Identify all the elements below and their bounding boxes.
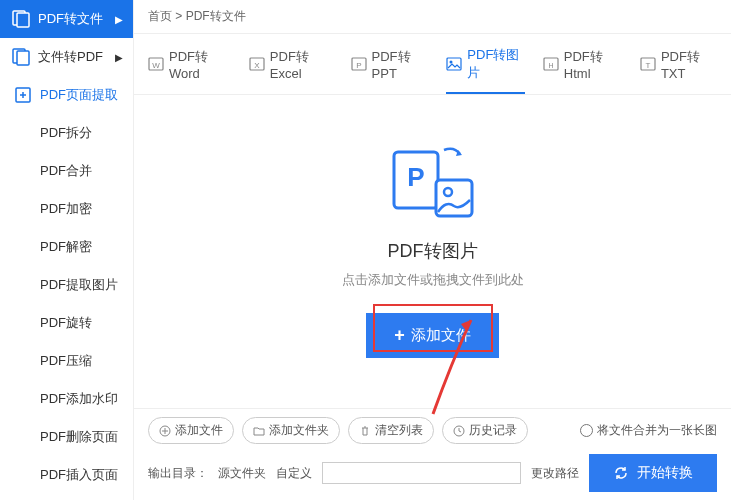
- tab-label: PDF转Excel: [270, 48, 333, 81]
- drop-zone[interactable]: P PDF转图片 点击添加文件或拖拽文件到此处 + 添加文件: [134, 95, 731, 408]
- svg-text:H: H: [548, 62, 553, 69]
- sidebar-item-label: PDF删除页面: [40, 428, 118, 446]
- sidebar-item-encrypt[interactable]: PDF加密: [0, 190, 133, 228]
- svg-point-12: [450, 61, 453, 64]
- tab-pdf-txt[interactable]: TPDF转TXT: [640, 46, 717, 94]
- sidebar-item-decrypt[interactable]: PDF解密: [0, 228, 133, 266]
- sidebar-item-label: PDF拆分: [40, 124, 92, 142]
- merge-radio[interactable]: [580, 424, 593, 437]
- sidebar-item-merge[interactable]: PDF合并: [0, 152, 133, 190]
- source-folder-option[interactable]: 源文件夹: [218, 465, 266, 482]
- sidebar-item-watermark[interactable]: PDF添加水印: [0, 380, 133, 418]
- add-file-button[interactable]: + 添加文件: [366, 313, 499, 358]
- tab-pdf-word[interactable]: WPDF转Word: [148, 46, 231, 94]
- tab-pdf-excel[interactable]: XPDF转Excel: [249, 46, 333, 94]
- tab-label: PDF转Html: [564, 48, 622, 81]
- main-panel: 首页 > PDF转文件 WPDF转Word XPDF转Excel PPDF转PP…: [134, 0, 731, 500]
- txt-icon: T: [640, 56, 656, 72]
- sidebar-item-label: PDF页面提取: [40, 86, 118, 104]
- footer-add-folder-button[interactable]: 添加文件夹: [242, 417, 340, 444]
- folder-icon: [253, 425, 265, 437]
- sidebar-item-extract-img[interactable]: PDF提取图片: [0, 266, 133, 304]
- breadcrumb: 首页 > PDF转文件: [134, 0, 731, 34]
- sidebar-item-label: PDF解密: [40, 238, 92, 256]
- tab-pdf-image[interactable]: PDF转图片: [446, 46, 524, 94]
- tab-pdf-html[interactable]: HPDF转Html: [543, 46, 622, 94]
- svg-text:P: P: [407, 162, 424, 192]
- sidebar-item-label: PDF加密: [40, 200, 92, 218]
- plus-circle-icon: [159, 425, 171, 437]
- drop-title: PDF转图片: [388, 239, 478, 263]
- sidebar-item-label: PDF旋转: [40, 314, 92, 332]
- merge-label: 将文件合并为一张长图: [597, 422, 717, 439]
- footer-btn-label: 历史记录: [469, 422, 517, 439]
- start-convert-button[interactable]: 开始转换: [589, 454, 717, 492]
- svg-rect-19: [436, 180, 472, 216]
- extract-icon: [14, 86, 32, 104]
- sidebar-item-rotate[interactable]: PDF旋转: [0, 304, 133, 342]
- sidebar-item-label: PDF插入页面: [40, 466, 118, 484]
- sidebar-item-compress[interactable]: PDF压缩: [0, 342, 133, 380]
- tab-label: PDF转Word: [169, 48, 231, 81]
- footer-history-button[interactable]: 历史记录: [442, 417, 528, 444]
- sidebar-item-label: PDF压缩: [40, 352, 92, 370]
- footer-btn-label: 添加文件: [175, 422, 223, 439]
- excel-icon: X: [249, 56, 265, 72]
- svg-text:T: T: [645, 61, 650, 70]
- sidebar-item-label: PDF转文件: [38, 10, 103, 28]
- tabs: WPDF转Word XPDF转Excel PPDF转PPT PDF转图片 HPD…: [134, 34, 731, 95]
- trash-icon: [359, 425, 371, 437]
- refresh-icon: [613, 465, 629, 481]
- svg-rect-11: [447, 58, 461, 70]
- footer-clear-button[interactable]: 清空列表: [348, 417, 434, 444]
- add-file-label: 添加文件: [411, 326, 471, 345]
- merge-option[interactable]: 将文件合并为一张长图: [580, 422, 717, 439]
- html-icon: H: [543, 56, 559, 72]
- change-path-link[interactable]: 更改路径: [531, 465, 579, 482]
- svg-text:W: W: [152, 61, 160, 70]
- output-path-input[interactable]: [322, 462, 521, 484]
- sidebar-item-label: 文件转PDF: [38, 48, 103, 66]
- word-icon: W: [148, 56, 164, 72]
- svg-text:X: X: [254, 61, 260, 70]
- tab-label: PDF转TXT: [661, 48, 717, 81]
- sidebar-item-label: PDF添加水印: [40, 390, 118, 408]
- tab-pdf-ppt[interactable]: PPDF转PPT: [351, 46, 429, 94]
- clock-icon: [453, 425, 465, 437]
- footer-add-file-button[interactable]: 添加文件: [148, 417, 234, 444]
- sidebar: PDF转文件 ▶ 文件转PDF ▶ PDF页面提取 PDF拆分 PDF合并 PD…: [0, 0, 134, 500]
- svg-text:P: P: [356, 61, 361, 70]
- sidebar-item-pdf-to-file[interactable]: PDF转文件 ▶: [0, 0, 133, 38]
- ppt-icon: P: [351, 56, 367, 72]
- footer-btn-label: 清空列表: [375, 422, 423, 439]
- convert-label: 开始转换: [637, 464, 693, 482]
- custom-folder-option[interactable]: 自定义: [276, 465, 312, 482]
- chevron-right-icon: ▶: [115, 52, 123, 63]
- drop-subtitle: 点击添加文件或拖拽文件到此处: [342, 271, 524, 289]
- footer-btn-label: 添加文件夹: [269, 422, 329, 439]
- sidebar-item-label: PDF提取图片: [40, 276, 118, 294]
- sidebar-item-insert-page[interactable]: PDF插入页面: [0, 456, 133, 494]
- footer: 添加文件 添加文件夹 清空列表 历史记录 将文件合并为一张长图 输出目录： 源文…: [134, 408, 731, 500]
- sidebar-item-label: PDF合并: [40, 162, 92, 180]
- chevron-right-icon: ▶: [115, 14, 123, 25]
- sidebar-item-delete-page[interactable]: PDF删除页面: [0, 418, 133, 456]
- file-pdf-icon: [12, 48, 30, 66]
- image-icon: [446, 56, 462, 72]
- svg-rect-1: [17, 13, 29, 27]
- output-label: 输出目录：: [148, 465, 208, 482]
- sidebar-item-page-extract[interactable]: PDF页面提取: [0, 76, 133, 114]
- plus-icon: +: [394, 325, 405, 346]
- svg-rect-3: [17, 51, 29, 65]
- sidebar-item-split[interactable]: PDF拆分: [0, 114, 133, 152]
- tab-label: PDF转PPT: [372, 48, 429, 81]
- pdf-file-icon: [12, 10, 30, 28]
- pdf-to-image-icon: P: [388, 146, 478, 225]
- tab-label: PDF转图片: [467, 46, 524, 82]
- sidebar-item-file-to-pdf[interactable]: 文件转PDF ▶: [0, 38, 133, 76]
